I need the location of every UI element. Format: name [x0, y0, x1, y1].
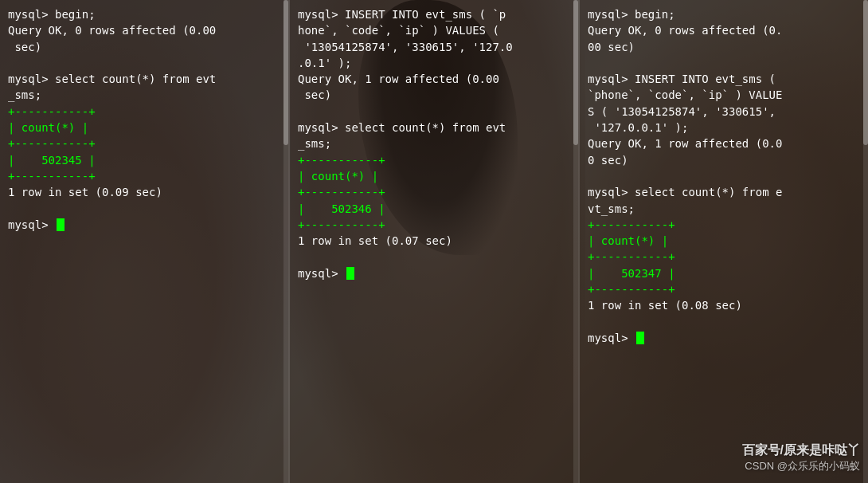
line-sms: _sms; — [8, 88, 41, 101]
line-table-5: +-----------+ — [8, 170, 96, 183]
line-table-m1: +-----------+ — [298, 154, 385, 167]
line-insert-r4: '127.0.0.1' ); — [588, 121, 688, 134]
watermark-baijia: 百家号/原来是咔哒丫 — [742, 442, 860, 459]
line-select-r: mysql> select count(*) from e — [588, 186, 782, 198]
line-insert-cmd-4: .0.1' ); — [298, 57, 351, 69]
line-prompt-mid: mysql> — [298, 267, 354, 280]
terminal-content-right: mysql> begin; Query OK, 0 rows affected … — [588, 6, 860, 346]
line-table-m2: | count(*) | — [298, 170, 378, 183]
cursor-middle — [346, 267, 354, 280]
line-ok-r3: Query OK, 1 row affected (0.0 — [588, 137, 782, 150]
line-insert-cmd-1: mysql> INSERT INTO evt_sms ( `p — [298, 8, 506, 21]
line-table-r4: | 502347 | — [588, 267, 675, 280]
line-insert-cmd-3: '13054125874', '330615', '127.0 — [298, 41, 513, 53]
cursor-left — [57, 218, 65, 231]
line-rowset: 1 row in set (0.09 sec) — [8, 186, 162, 198]
line-table-m5: +-----------+ — [298, 218, 385, 231]
line-select-mid: mysql> select count(*) from evt — [298, 121, 506, 134]
line-query-ok: Query OK, 0 rows affected (0.00 — [8, 24, 216, 37]
watermark-csdn: CSDN @众乐乐的小码蚁 — [742, 459, 860, 473]
line-ok-r4: 0 sec) — [588, 154, 628, 167]
terminal-content-left: mysql> begin; Query OK, 0 rows affected … — [8, 6, 280, 233]
line-table-4: | 502345 | — [8, 154, 96, 167]
line-table-m3: +-----------+ — [298, 186, 385, 198]
line-rowset-r: 1 row in set (0.08 sec) — [588, 299, 742, 312]
line-table-r1: +-----------+ — [588, 218, 675, 231]
watermark: 百家号/原来是咔哒丫 CSDN @众乐乐的小码蚁 — [742, 442, 860, 473]
line-insert-r2: `phone`, `code`, `ip` ) VALUE — [588, 88, 782, 101]
line-table-3: +-----------+ — [8, 137, 96, 150]
line-insert-r3: S ( '13054125874', '330615', — [588, 105, 776, 118]
line-table-r2: | count(*) | — [588, 234, 668, 247]
terminal-panel-right: mysql> begin; Query OK, 0 rows affected … — [578, 0, 868, 483]
line-prompt: mysql> — [8, 218, 65, 231]
line-select-cmd: mysql> select count(*) from evt — [8, 73, 216, 85]
line-rowset-mid: 1 row in set (0.07 sec) — [298, 234, 452, 247]
line-prompt-r: mysql> — [588, 332, 644, 344]
line-table-1: +-----------+ — [8, 105, 96, 118]
terminal-panel-middle: mysql> INSERT INTO evt_sms ( `p hone`, `… — [288, 0, 578, 483]
line-table-m4: | 502346 | — [298, 202, 385, 215]
terminal-panel-left: mysql> begin; Query OK, 0 rows affected … — [0, 0, 288, 483]
line-ok-r1: Query OK, 0 rows affected (0. — [588, 24, 782, 37]
line-sms-mid: _sms; — [298, 137, 331, 150]
terminal-content-middle: mysql> INSERT INTO evt_sms ( `p hone`, `… — [298, 6, 570, 281]
line-insert-r1: mysql> INSERT INTO evt_sms ( — [588, 73, 776, 85]
line-ok-r2: 00 sec) — [588, 41, 635, 53]
line-table-r5: +-----------+ — [588, 283, 675, 296]
line-table-r3: +-----------+ — [588, 250, 675, 263]
line-begin-cmd: mysql> begin; — [8, 8, 96, 21]
line-table-2: | count(*) | — [8, 121, 88, 134]
panels-container: mysql> begin; Query OK, 0 rows affected … — [0, 0, 868, 483]
line-insert-cmd-2: hone`, `code`, `ip` ) VALUES ( — [298, 24, 499, 37]
line-ok-mid: Query OK, 1 row affected (0.00 — [298, 73, 499, 85]
line-sec-mid: sec) — [298, 88, 331, 101]
cursor-right — [636, 332, 644, 344]
line-vt-sms: vt_sms; — [588, 202, 635, 215]
line-begin-r: mysql> begin; — [588, 8, 675, 21]
line-sec: sec) — [8, 41, 41, 53]
